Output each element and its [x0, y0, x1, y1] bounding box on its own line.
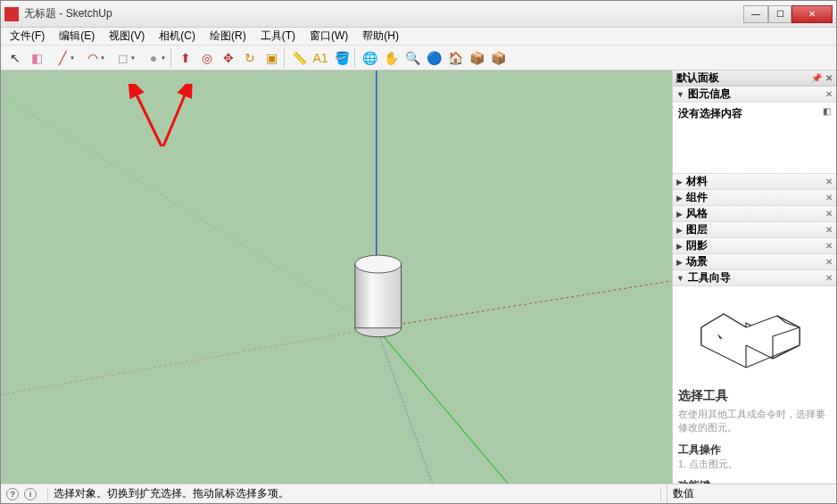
window-controls: — ☐ ✕: [743, 5, 833, 23]
entity-info-text: 没有选择内容: [678, 106, 742, 121]
entity-info-header[interactable]: ▼ 图元信息 ✕: [673, 87, 836, 103]
text-tool[interactable]: A1: [310, 47, 331, 69]
zoom-extents-tool[interactable]: 🔵: [423, 47, 444, 69]
pushpull-tool-icon: ⬆: [180, 51, 191, 65]
close-icon[interactable]: ✕: [825, 273, 833, 283]
select-tool[interactable]: ↖: [4, 47, 26, 69]
extension-tool-icon: 📦: [469, 51, 485, 65]
paint-tool-icon: 🪣: [335, 51, 350, 65]
menu-item[interactable]: 帮助(H): [357, 27, 404, 45]
close-icon[interactable]: ✕: [825, 89, 833, 99]
menu-item[interactable]: 绘图(R): [204, 27, 252, 45]
window-title: 无标题 - SketchUp: [24, 6, 743, 21]
panel-section-header[interactable]: ▶组件✕: [673, 190, 836, 206]
panel-section-label: 图层: [686, 222, 825, 237]
paint-tool[interactable]: 🪣: [331, 47, 352, 69]
menu-item[interactable]: 视图(V): [104, 27, 150, 45]
warehouse-tool[interactable]: 🏠: [444, 47, 466, 69]
zoom-extents-tool-icon: 🔵: [427, 51, 442, 65]
pan-tool[interactable]: ✋: [380, 47, 402, 69]
close-icon[interactable]: ✕: [825, 177, 833, 186]
toolbar: ↖◧╱◠◻●⬆◎✥↻▣📏A1🪣🌐✋🔍🔵🏠📦📦: [1, 45, 836, 70]
extension-tool[interactable]: 📦: [466, 47, 487, 69]
viewport[interactable]: [1, 70, 672, 483]
minimize-button[interactable]: —: [743, 5, 768, 23]
close-icon[interactable]: ✕: [825, 209, 833, 219]
chevron-down-icon: ▼: [676, 274, 684, 283]
info-icon[interactable]: i: [24, 488, 37, 500]
panel-section-header[interactable]: ▶材料✕: [673, 174, 836, 190]
instructor-tool-name: 选择工具: [678, 388, 831, 404]
app-icon: [4, 7, 19, 21]
shape-tool[interactable]: ◻: [108, 47, 138, 69]
ext-warehouse-tool-icon: 📦: [491, 51, 506, 65]
help-icon[interactable]: ?: [6, 488, 19, 500]
maximize-button[interactable]: ☐: [768, 5, 791, 23]
close-icon[interactable]: ✕: [825, 241, 833, 251]
separator: [354, 48, 357, 68]
menu-item[interactable]: 文件(F): [4, 27, 50, 45]
instructor-header[interactable]: ▼ 工具向导 ✕: [673, 270, 836, 286]
chevron-right-icon: ▶: [676, 226, 683, 235]
rotate-tool[interactable]: ↻: [239, 47, 261, 69]
separator: [47, 487, 48, 501]
close-icon[interactable]: ✕: [825, 225, 833, 235]
panel-section-header[interactable]: ▶风格✕: [673, 206, 836, 222]
instructor-op-title: 工具操作: [678, 442, 831, 458]
instructor-op-1: 1. 点击图元。: [678, 458, 831, 471]
scale-tool[interactable]: ▣: [261, 47, 282, 69]
menu-item[interactable]: 工具(T): [255, 27, 301, 45]
tray-close-icon[interactable]: ✕: [825, 73, 833, 83]
menu-item[interactable]: 编辑(E): [54, 27, 100, 45]
tray-header-icons: 📌 ✕: [811, 73, 833, 83]
move-tool[interactable]: ✥: [218, 47, 239, 69]
pan-tool-icon: ✋: [384, 51, 399, 65]
circle-tool[interactable]: ●: [138, 47, 169, 69]
chevron-right-icon: ▶: [676, 194, 683, 202]
orbit-tool[interactable]: 🌐: [359, 47, 380, 69]
arc-tool[interactable]: ◠: [78, 47, 108, 69]
svg-rect-1: [355, 264, 402, 328]
text-tool-icon: A1: [312, 51, 327, 65]
close-button[interactable]: ✕: [791, 5, 833, 23]
menubar: 文件(F)编辑(E)视图(V)相机(C)绘图(R)工具(T)窗口(W)帮助(H): [1, 28, 836, 45]
ext-warehouse-tool[interactable]: 📦: [487, 47, 509, 69]
tray-header[interactable]: 默认面板 📌 ✕: [673, 70, 836, 87]
close-icon[interactable]: ✕: [825, 193, 833, 202]
entity-info-body: 没有选择内容 ◧: [673, 103, 836, 174]
panel-section-header[interactable]: ▶阴影✕: [673, 238, 836, 254]
panel-section-label: 场景: [686, 254, 825, 269]
zoom-tool[interactable]: 🔍: [402, 47, 423, 69]
offset-tool[interactable]: ◎: [196, 47, 218, 69]
line-tool-icon: ╱: [59, 51, 66, 65]
separator: [170, 48, 173, 68]
tape-tool[interactable]: 📏: [288, 47, 310, 69]
menu-item[interactable]: 相机(C): [153, 27, 201, 45]
panel-section-label: 阴影: [686, 238, 825, 253]
move-tool-icon: ✥: [223, 51, 234, 65]
panel-section-label: 组件: [686, 190, 825, 205]
pin-icon[interactable]: 📌: [811, 73, 822, 83]
circle-tool-icon: ●: [150, 51, 157, 65]
entity-info-title: 图元信息: [688, 87, 825, 102]
line-tool[interactable]: ╱: [47, 47, 78, 69]
status-hint: 选择对象。切换到扩充选择。拖动鼠标选择多项。: [54, 486, 655, 501]
titlebar: 无标题 - SketchUp — ☐ ✕: [1, 1, 836, 28]
separator: [660, 487, 661, 501]
ground-plane: [2, 70, 672, 483]
chevron-right-icon: ▶: [676, 210, 683, 219]
orbit-tool-icon: 🌐: [362, 51, 377, 65]
chevron-right-icon: ▶: [676, 242, 683, 251]
instructor-desc: 在使用其他工具或命令时，选择要修改的图元。: [678, 408, 831, 435]
eraser-tool[interactable]: ◧: [26, 47, 47, 69]
panel-section-header[interactable]: ▶场景✕: [673, 254, 836, 270]
close-icon[interactable]: ✕: [825, 257, 833, 267]
eraser-tool-icon: ◧: [31, 51, 43, 65]
tape-tool-icon: 📏: [292, 51, 307, 65]
entity-info-icon[interactable]: ◧: [823, 106, 831, 116]
menu-item[interactable]: 窗口(W): [304, 27, 353, 45]
rotate-tool-icon: ↻: [244, 51, 255, 65]
instructor-panel: 选择工具 在使用其他工具或命令时，选择要修改的图元。 工具操作 1. 点击图元。…: [673, 286, 836, 483]
pushpull-tool[interactable]: ⬆: [175, 47, 196, 69]
panel-section-header[interactable]: ▶图层✕: [673, 222, 836, 238]
